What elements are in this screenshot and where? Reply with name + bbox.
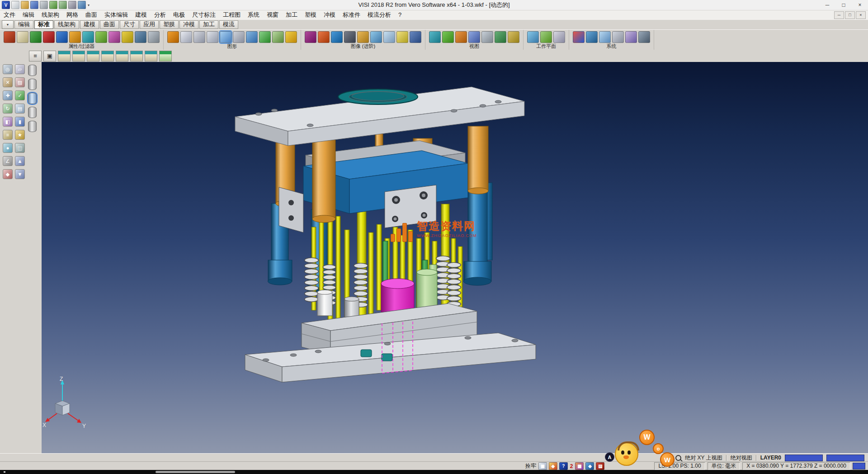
menu-item[interactable]: 模流分析 bbox=[364, 10, 395, 20]
sketch-icon[interactable]: ▱ bbox=[15, 64, 25, 74]
open-file-icon[interactable] bbox=[21, 1, 29, 9]
workflow-tab[interactable]: 标准 bbox=[34, 20, 53, 29]
layer-slot-2-toggle[interactable] bbox=[28, 79, 37, 90]
attribute-copy-icon[interactable] bbox=[17, 31, 28, 43]
workflow-tab[interactable]: 塑膜 bbox=[160, 20, 179, 29]
star-tool-icon[interactable]: ★ bbox=[15, 130, 25, 140]
child-minimize-button[interactable]: ─ bbox=[834, 11, 844, 19]
ghost-view-icon[interactable] bbox=[233, 31, 245, 43]
menu-item[interactable]: 冲模 bbox=[320, 10, 339, 20]
fit-view-icon[interactable] bbox=[468, 31, 480, 43]
layer-slot-3-toggle[interactable] bbox=[28, 93, 37, 104]
layer-down-icon[interactable]: ▼ bbox=[15, 169, 25, 179]
workflow-tab[interactable]: 加工 bbox=[199, 20, 218, 29]
app-logo-icon[interactable]: V bbox=[2, 1, 10, 9]
menu-item[interactable]: 标准件 bbox=[339, 10, 364, 20]
measure-icon[interactable]: ∠ bbox=[3, 156, 13, 166]
view-list-icon[interactable]: ≡ bbox=[29, 51, 42, 62]
snapshot-icon[interactable] bbox=[370, 31, 382, 43]
move-icon[interactable]: ✚ bbox=[3, 90, 13, 100]
layer-filter-icon[interactable] bbox=[69, 31, 81, 43]
lock-filter-icon[interactable] bbox=[122, 31, 133, 43]
slope-icon[interactable] bbox=[638, 31, 650, 43]
view-cube-right-icon[interactable] bbox=[101, 51, 114, 62]
database-view-icon[interactable] bbox=[246, 31, 258, 43]
menu-item[interactable]: 曲面 bbox=[82, 10, 101, 20]
taskbar-handle[interactable] bbox=[156, 471, 235, 473]
layer-slot-1-toggle[interactable] bbox=[28, 65, 37, 76]
menu-item[interactable]: ? bbox=[395, 10, 405, 20]
status-layers-icon[interactable]: ▤ bbox=[596, 462, 604, 470]
light-icon[interactable] bbox=[396, 31, 408, 43]
filter-remove-icon[interactable] bbox=[43, 31, 55, 43]
view-window-icon[interactable]: ▣ bbox=[43, 51, 56, 62]
units-field[interactable]: 单位: 毫米 bbox=[708, 462, 741, 470]
menu-item[interactable]: 文件 bbox=[0, 10, 19, 20]
layer-up-icon[interactable]: ▲ bbox=[15, 156, 25, 166]
snap-lock-label[interactable]: 拴牢 bbox=[525, 462, 536, 470]
menu-item[interactable]: 塑模 bbox=[301, 10, 320, 20]
workflow-tab[interactable]: 建模 bbox=[80, 20, 99, 29]
cylinder-tool-icon[interactable]: ▮ bbox=[15, 117, 25, 127]
transparency-icon[interactable] bbox=[383, 31, 395, 43]
menu-item[interactable]: 分析 bbox=[151, 10, 170, 20]
close-button[interactable]: × bbox=[852, 0, 868, 10]
world-icon[interactable]: ● bbox=[3, 143, 13, 153]
axonometric-view-icon[interactable] bbox=[508, 31, 519, 43]
menu-item[interactable]: 尺寸标注 bbox=[189, 10, 219, 20]
new-file-icon[interactable] bbox=[11, 1, 19, 9]
attribute-brush-icon[interactable] bbox=[4, 31, 15, 43]
status-cube-icon[interactable]: ◆ bbox=[585, 462, 594, 470]
workflow-tab[interactable]: 尺寸 bbox=[120, 20, 139, 29]
tabbar-dropdown[interactable]: ▼ bbox=[2, 20, 14, 29]
workflow-tab[interactable]: 编辑 bbox=[14, 20, 33, 29]
mirror-icon[interactable]: ◧ bbox=[3, 117, 13, 127]
color-filter-icon[interactable] bbox=[108, 31, 120, 43]
confirm-icon[interactable]: ✓ bbox=[15, 90, 25, 100]
dynamic-render-icon[interactable] bbox=[220, 31, 231, 43]
status-palette-icon[interactable]: ▦ bbox=[575, 462, 584, 470]
group-filter-icon[interactable] bbox=[135, 31, 146, 43]
shaded-view-icon[interactable] bbox=[193, 31, 205, 43]
visibility-filter-icon[interactable] bbox=[82, 31, 94, 43]
analysis-ramp-icon[interactable] bbox=[625, 31, 637, 43]
menu-item[interactable]: 加工 bbox=[282, 10, 301, 20]
rotate-view-icon[interactable] bbox=[455, 31, 467, 43]
active-layer-label[interactable]: LAYER0 bbox=[760, 455, 781, 461]
save-file-icon[interactable] bbox=[30, 1, 38, 9]
grid-icon[interactable] bbox=[59, 1, 67, 9]
view-cube-front-icon[interactable] bbox=[72, 51, 85, 62]
system-monitor-icon[interactable] bbox=[586, 31, 598, 43]
print-icon[interactable] bbox=[40, 1, 48, 9]
wireframe-view-icon[interactable] bbox=[180, 31, 192, 43]
snowflake-icon[interactable] bbox=[599, 31, 611, 43]
view-cube-dimetric-icon[interactable] bbox=[145, 51, 157, 62]
view-mode-label[interactable]: 绝对 XY 上视图 bbox=[685, 454, 722, 462]
color-window-icon[interactable] bbox=[573, 31, 585, 43]
layer-slot-5-toggle[interactable] bbox=[28, 121, 37, 132]
undo-icon[interactable] bbox=[49, 1, 57, 9]
menu-item[interactable]: 实体编辑 bbox=[101, 10, 132, 20]
alert-icon[interactable] bbox=[285, 31, 297, 43]
view-cube-shaded-icon[interactable] bbox=[159, 51, 172, 62]
status-help-icon[interactable]: ? bbox=[559, 462, 568, 470]
texture-icon[interactable] bbox=[318, 31, 330, 43]
refresh-graphics-icon[interactable] bbox=[167, 31, 179, 43]
shadow-icon[interactable] bbox=[344, 31, 356, 43]
menu-item[interactable]: 网格 bbox=[63, 10, 82, 20]
zoom-select-icon[interactable]: ◎ bbox=[3, 64, 13, 74]
workflow-tab[interactable]: 冲模 bbox=[179, 20, 198, 29]
filter-elements-icon[interactable] bbox=[30, 31, 42, 43]
camera-view-icon[interactable] bbox=[495, 31, 506, 43]
database-check-icon[interactable] bbox=[272, 31, 284, 43]
flag-icon[interactable]: ◆ bbox=[3, 169, 13, 179]
pan-view-icon[interactable] bbox=[442, 31, 454, 43]
trim-icon[interactable]: ✕ bbox=[3, 77, 13, 87]
selection-chain-icon[interactable] bbox=[56, 31, 68, 43]
cylinder-display-icon[interactable] bbox=[207, 31, 218, 43]
material-glasses-icon[interactable] bbox=[331, 31, 343, 43]
render-settings-icon[interactable] bbox=[305, 31, 316, 43]
info-icon[interactable] bbox=[78, 1, 86, 9]
previous-view-icon[interactable] bbox=[481, 31, 493, 43]
workflow-tab[interactable]: 应用 bbox=[140, 20, 159, 29]
